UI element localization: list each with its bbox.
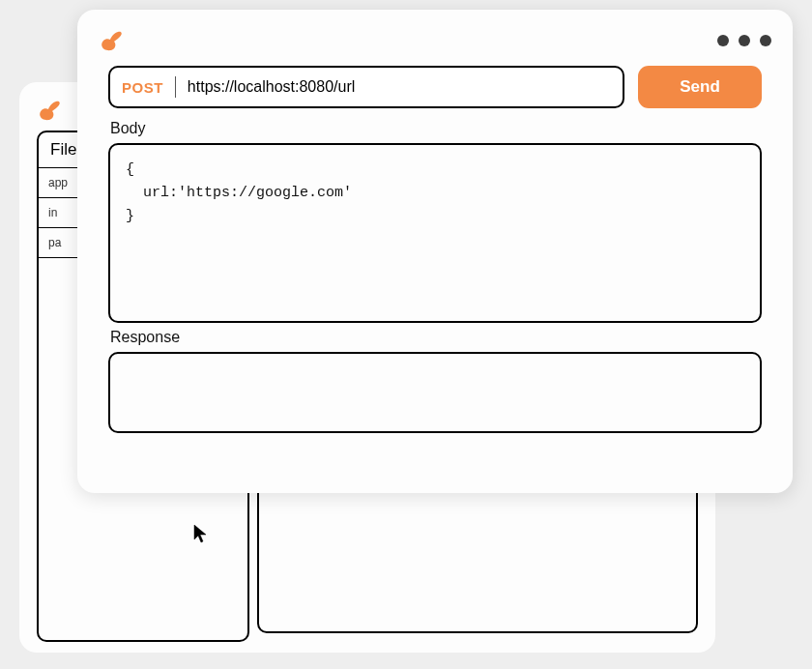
url-box[interactable]: POST — [108, 66, 624, 108]
titlebar — [99, 27, 771, 54]
cursor-icon — [193, 524, 209, 547]
http-method[interactable]: POST — [122, 79, 163, 96]
rabbit-icon — [99, 30, 124, 51]
window-dot-icon[interactable] — [717, 35, 729, 46]
request-body-editor[interactable]: { url:'https://google.com' } — [108, 143, 762, 323]
send-button[interactable]: Send — [638, 66, 762, 108]
url-input[interactable] — [188, 78, 611, 96]
window-dot-icon[interactable] — [739, 35, 750, 46]
body-label: Body — [110, 120, 771, 137]
method-divider — [175, 76, 176, 98]
window-controls[interactable] — [717, 35, 771, 46]
request-body-text[interactable]: { url:'https://google.com' } — [126, 159, 744, 228]
response-viewer[interactable] — [108, 352, 762, 433]
api-client-window: POST Send Body { url:'https://google.com… — [77, 10, 793, 493]
window-dot-icon[interactable] — [760, 35, 771, 46]
response-label: Response — [110, 329, 771, 346]
request-bar: POST Send — [99, 66, 771, 108]
